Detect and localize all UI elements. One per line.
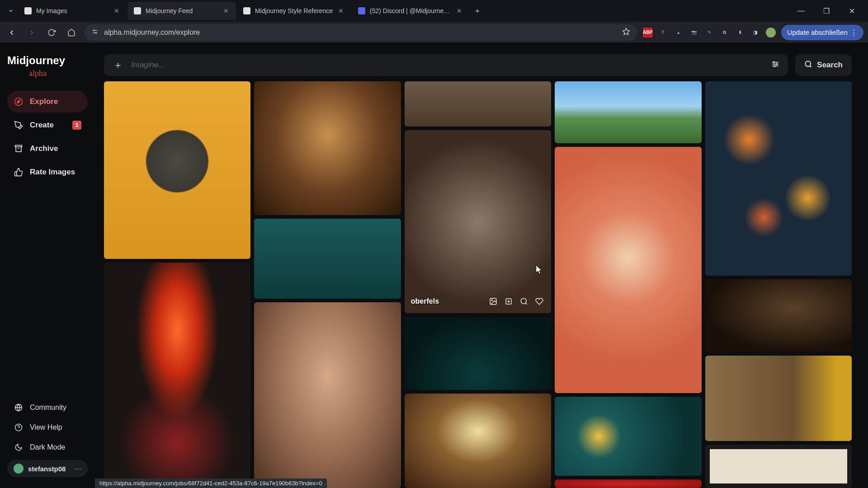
sidebar-item-view-help[interactable]: View Help: [7, 418, 88, 436]
site-settings-icon[interactable]: [91, 28, 99, 37]
ext-camera-icon[interactable]: 📷: [689, 28, 699, 38]
add-image-button[interactable]: ＋: [112, 59, 124, 71]
explore-grid: oberfels: [104, 81, 852, 488]
heart-icon[interactable]: [534, 296, 545, 307]
sidebar-item-dark-mode[interactable]: Dark Mode: [7, 438, 88, 456]
tab-discord[interactable]: (52) Discord | @Midjourney Bot ✕: [352, 2, 469, 20]
sidepanel-icon[interactable]: ◨: [750, 28, 760, 38]
close-icon[interactable]: ✕: [113, 7, 120, 14]
svg-marker-6: [17, 100, 20, 103]
svg-line-20: [810, 66, 811, 67]
menu-icon: ⋮: [850, 28, 857, 37]
close-icon[interactable]: ✕: [337, 7, 344, 14]
ext-triangle-icon[interactable]: ▲: [674, 28, 684, 38]
svg-line-27: [526, 303, 527, 304]
thumb-icon: [14, 167, 24, 177]
settings-icon[interactable]: [771, 60, 780, 70]
prompt-input[interactable]: [131, 61, 764, 70]
image-tile[interactable]: [705, 81, 852, 276]
image-tile[interactable]: [405, 81, 551, 127]
image-tile[interactable]: [254, 302, 401, 488]
compass-icon: [14, 97, 24, 107]
tab-search-icon[interactable]: [4, 4, 18, 18]
sidebar-item-community[interactable]: Community: [7, 399, 88, 417]
close-window-button[interactable]: ✕: [844, 4, 859, 18]
image-tile[interactable]: [405, 317, 551, 390]
forward-button[interactable]: [24, 25, 39, 40]
sidebar-item-create[interactable]: Create 1: [7, 114, 88, 136]
image-tile[interactable]: [254, 81, 401, 215]
image-tile[interactable]: [555, 81, 701, 143]
profile-avatar-icon[interactable]: [766, 28, 776, 38]
image-tile[interactable]: [104, 81, 250, 259]
tab-my-images[interactable]: My Images ✕: [18, 2, 127, 20]
tile-hover-overlay: oberfels: [405, 130, 551, 313]
svg-point-17: [776, 63, 778, 65]
image-tile[interactable]: [555, 479, 701, 488]
ext-pen-icon[interactable]: ✎: [704, 28, 714, 38]
image-tile[interactable]: [705, 445, 852, 488]
favicon-icon: [24, 7, 32, 14]
tab-style-reference[interactable]: Midjourney Style Reference ✕: [237, 2, 351, 20]
create-badge: 1: [72, 121, 81, 130]
status-bar: https://alpha.midjourney.com/jobs/68f72d…: [95, 479, 327, 488]
update-button[interactable]: Update abschließen ⋮: [781, 25, 863, 40]
image-tile[interactable]: oberfels: [405, 130, 551, 313]
ext-abp-icon[interactable]: ABP: [643, 28, 653, 38]
image-tile[interactable]: [705, 279, 852, 352]
minimize-button[interactable]: —: [794, 4, 808, 18]
alpha-badge: alpha: [29, 69, 88, 78]
sidebar-item-archive[interactable]: Archive: [7, 138, 88, 160]
tab-midjourney-feed[interactable]: Midjourney Feed ✕: [127, 2, 236, 20]
user-menu[interactable]: stefanstp08 ⋯: [7, 460, 88, 477]
favicon-icon: [243, 7, 250, 14]
tab-title: My Images: [36, 7, 108, 14]
help-icon: [14, 422, 24, 432]
archive-icon: [14, 144, 24, 154]
reload-button[interactable]: [44, 25, 59, 40]
search-button[interactable]: Search: [795, 54, 852, 76]
close-icon[interactable]: ✕: [222, 7, 230, 14]
svg-point-26: [521, 298, 526, 304]
zoom-icon[interactable]: [519, 296, 529, 307]
image-tile[interactable]: [705, 356, 852, 441]
extension-icons: ABP ⠿ ▲ 📷 ✎ ⧉ ⬇ ◨: [643, 28, 776, 38]
close-icon[interactable]: ✕: [456, 7, 463, 14]
avatar: [14, 464, 24, 474]
home-button[interactable]: [64, 25, 79, 40]
sidebar: Midjourney alpha Explore Create 1 Archiv…: [0, 43, 95, 488]
svg-point-19: [806, 61, 811, 66]
svg-rect-21: [490, 298, 496, 305]
downloads-icon[interactable]: ⬇: [735, 28, 745, 38]
sidebar-item-label: Rate Images: [30, 168, 75, 177]
ext-puzzle-icon[interactable]: ⧉: [720, 28, 730, 38]
sidebar-item-explore[interactable]: Explore: [7, 91, 88, 113]
svg-point-3: [95, 32, 97, 33]
prompt-composer[interactable]: ＋: [104, 54, 788, 76]
sidebar-item-rate-images[interactable]: Rate Images: [7, 161, 88, 183]
search-icon: [804, 60, 812, 70]
svg-point-16: [773, 61, 774, 63]
favicon-icon: [134, 7, 141, 14]
svg-rect-23: [506, 299, 511, 304]
sidebar-item-label: Community: [30, 404, 66, 412]
image-tile[interactable]: [555, 147, 701, 393]
save-icon[interactable]: [503, 296, 514, 307]
back-button[interactable]: [5, 25, 19, 40]
image-icon[interactable]: [488, 296, 499, 307]
image-tile[interactable]: [104, 263, 250, 488]
maximize-button[interactable]: ❐: [819, 4, 834, 18]
bookmark-icon[interactable]: [622, 28, 630, 38]
svg-rect-7: [15, 145, 22, 147]
url-bar[interactable]: alpha.midjourney.com/explore: [84, 24, 637, 41]
search-label: Search: [817, 61, 843, 70]
ext-grid-icon[interactable]: ⠿: [658, 28, 668, 38]
browser-titlebar: My Images ✕ Midjourney Feed ✕ Midjourney…: [0, 0, 868, 22]
image-tile[interactable]: [405, 394, 551, 488]
sidebar-item-label: Explore: [30, 97, 58, 106]
tab-title: Midjourney Style Reference: [255, 7, 333, 14]
svg-point-22: [491, 300, 492, 300]
image-tile[interactable]: [254, 219, 401, 299]
image-tile[interactable]: [555, 397, 701, 476]
new-tab-button[interactable]: ＋: [470, 4, 485, 18]
